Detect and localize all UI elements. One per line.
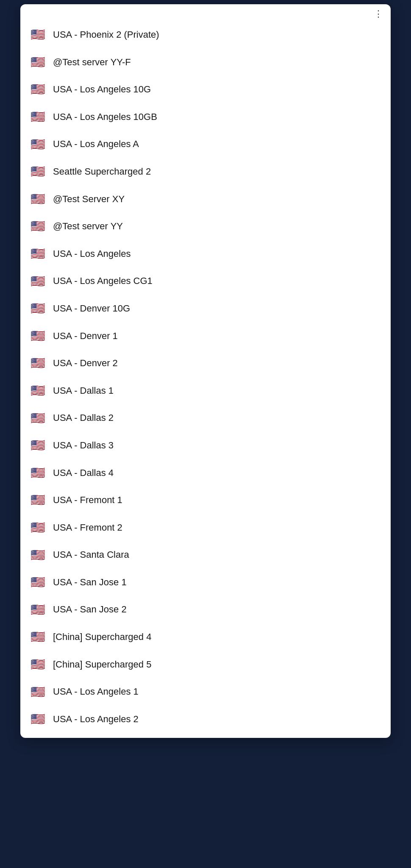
server-list-item[interactable]: 🇺🇸USA - Los Angeles 10GB (20, 103, 391, 131)
server-name-label: USA - Dallas 3 (53, 440, 114, 452)
server-name-label: USA - Dallas 1 (53, 385, 114, 397)
server-name-label: USA - Denver 2 (53, 357, 118, 370)
server-name-label: [China] Supercharged 5 (53, 659, 151, 671)
flag-icon: 🇺🇸 (31, 166, 45, 178)
server-list-item[interactable]: 🇺🇸USA - Los Angeles CG1 (20, 267, 391, 295)
server-name-label: [China] Supercharged 4 (53, 631, 151, 643)
dropdown-header: ⋮ (20, 4, 391, 21)
flag-icon: 🇺🇸 (31, 604, 45, 616)
flag-icon: 🇺🇸 (31, 686, 45, 698)
server-list-item[interactable]: 🇺🇸USA - Dallas 2 (20, 404, 391, 432)
server-list-item[interactable]: 🇺🇸@Test server YY-F (20, 49, 391, 76)
server-name-label: USA - Los Angeles 10GB (53, 111, 157, 123)
server-list-item[interactable]: 🇺🇸USA - Phoenix 2 (Private) (20, 21, 391, 49)
server-list-item[interactable]: 🇺🇸@Test server YY (20, 213, 391, 240)
server-list-item[interactable]: 🇺🇸USA - Los Angeles 1 (20, 678, 391, 706)
server-list-item[interactable]: 🇺🇸USA - Denver 10G (20, 295, 391, 323)
server-name-label: USA - Los Angeles 2 (53, 713, 139, 726)
flag-icon: 🇺🇸 (31, 330, 45, 342)
flag-icon: 🇺🇸 (31, 193, 45, 205)
server-name-label: USA - Phoenix 2 (Private) (53, 29, 159, 41)
server-list-item[interactable]: 🇺🇸USA - Denver 2 (20, 350, 391, 377)
server-name-label: USA - Los Angeles CG1 (53, 275, 153, 287)
server-list-item[interactable]: 🇺🇸USA - Santa Clara (20, 541, 391, 569)
flag-icon: 🇺🇸 (31, 576, 45, 588)
server-list-item[interactable]: 🇺🇸USA - Denver 1 (20, 323, 391, 350)
flag-icon: 🇺🇸 (31, 248, 45, 260)
server-name-label: USA - Santa Clara (53, 549, 129, 561)
server-name-label: USA - Denver 10G (53, 303, 130, 315)
server-list-item[interactable]: 🇺🇸Seattle Supercharged 2 (20, 158, 391, 186)
server-list-item[interactable]: 🇺🇸USA - Los Angeles A (20, 131, 391, 158)
more-options-icon[interactable]: ⋮ (374, 9, 384, 19)
flag-icon: 🇺🇸 (31, 385, 45, 397)
flag-icon: 🇺🇸 (31, 440, 45, 451)
flag-icon: 🇺🇸 (31, 275, 45, 287)
server-name-label: USA - Los Angeles A (53, 138, 139, 150)
server-name-label: USA - Los Angeles 1 (53, 686, 139, 698)
server-list-item[interactable]: 🇺🇸USA - Dallas 4 (20, 459, 391, 487)
server-list-item[interactable]: 🇺🇸USA - Dallas 3 (20, 432, 391, 459)
server-dropdown-panel: ⋮ 🇺🇸USA - Phoenix 2 (Private)🇺🇸@Test ser… (20, 4, 391, 738)
server-name-label: @Test server YY (53, 220, 123, 233)
server-list-item[interactable]: 🇺🇸USA - Fremont 1 (20, 487, 391, 514)
server-name-label: USA - Los Angeles 10G (53, 83, 151, 96)
server-name-label: USA - Los Angeles (53, 248, 131, 260)
server-name-label: USA - Dallas 4 (53, 467, 114, 479)
flag-icon: 🇺🇸 (31, 56, 45, 68)
server-name-label: USA - Dallas 2 (53, 412, 114, 424)
server-list-item[interactable]: 🇺🇸[China] Supercharged 4 (20, 623, 391, 651)
server-name-label: USA - San Jose 1 (53, 576, 127, 589)
server-name-label: @Test Server XY (53, 193, 125, 206)
flag-icon: 🇺🇸 (31, 549, 45, 561)
server-list-item[interactable]: 🇺🇸USA - San Jose 2 (20, 596, 391, 623)
flag-icon: 🇺🇸 (31, 111, 45, 123)
flag-icon: 🇺🇸 (31, 659, 45, 670)
flag-icon: 🇺🇸 (31, 412, 45, 424)
flag-icon: 🇺🇸 (31, 631, 45, 643)
flag-icon: 🇺🇸 (31, 713, 45, 725)
flag-icon: 🇺🇸 (31, 522, 45, 534)
server-name-label: @Test server YY-F (53, 56, 131, 69)
flag-icon: 🇺🇸 (31, 357, 45, 369)
server-name-label: Seattle Supercharged 2 (53, 166, 151, 178)
server-list-item[interactable]: 🇺🇸USA - San Jose 1 (20, 569, 391, 596)
server-list-item[interactable]: 🇺🇸@Test Server XY (20, 186, 391, 213)
flag-icon: 🇺🇸 (31, 220, 45, 232)
app-background: ⋮ 🇺🇸USA - Phoenix 2 (Private)🇺🇸@Test ser… (0, 0, 411, 868)
server-list-item[interactable]: 🇺🇸USA - Los Angeles 10G (20, 76, 391, 103)
flag-icon: 🇺🇸 (31, 303, 45, 314)
flag-icon: 🇺🇸 (31, 83, 45, 95)
server-name-label: USA - Fremont 2 (53, 522, 122, 534)
server-list-item[interactable]: 🇺🇸USA - Fremont 2 (20, 514, 391, 542)
flag-icon: 🇺🇸 (31, 29, 45, 41)
flag-icon: 🇺🇸 (31, 467, 45, 479)
server-name-label: USA - Fremont 1 (53, 494, 122, 506)
server-list-item[interactable]: 🇺🇸USA - Dallas 1 (20, 377, 391, 405)
server-name-label: USA - Denver 1 (53, 330, 118, 342)
server-list-item[interactable]: 🇺🇸USA - Los Angeles (20, 240, 391, 268)
flag-icon: 🇺🇸 (31, 139, 45, 150)
flag-icon: 🇺🇸 (31, 494, 45, 506)
server-name-label: USA - San Jose 2 (53, 604, 127, 616)
server-list-item[interactable]: 🇺🇸[China] Supercharged 5 (20, 651, 391, 679)
server-list-item[interactable]: 🇺🇸USA - Los Angeles 2 (20, 706, 391, 733)
server-list: 🇺🇸USA - Phoenix 2 (Private)🇺🇸@Test serve… (20, 21, 391, 738)
